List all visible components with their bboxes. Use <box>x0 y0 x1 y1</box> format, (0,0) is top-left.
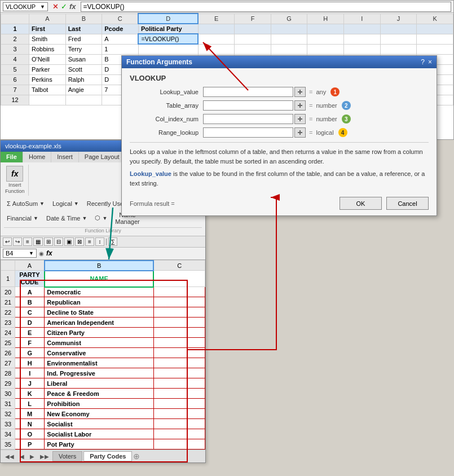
financial-button[interactable]: Financial▼ <box>4 214 41 223</box>
fx-icon[interactable]: fx <box>69 2 76 11</box>
arg-label-2: Table_array <box>130 102 203 109</box>
dialog-body: VLOOKUP Lookup_value = any 1 Table_array… <box>122 68 437 193</box>
dialog-description: Looks up a value in the leftmost column … <box>130 142 429 188</box>
arg-row-1: Lookup_value = any 1 <box>130 87 429 97</box>
sheet-tab-nav-right[interactable]: ▶▶ <box>38 452 51 461</box>
tab-insert[interactable]: Insert <box>51 152 79 162</box>
tab-page-layout[interactable]: Page Layout <box>79 152 126 162</box>
table-row: 35 P Pot Party <box>1 439 205 449</box>
arg-input-1[interactable] <box>203 87 293 97</box>
sheet-tab-party-codes[interactable]: Party Codes <box>83 451 132 461</box>
insert-function-group: fx InsertFunction <box>4 165 29 196</box>
svg-rect-5 <box>299 117 301 121</box>
arg-collapse-btn-4[interactable] <box>294 127 306 138</box>
tb-btn-9[interactable]: ∑ <box>108 237 117 246</box>
table-row: 32 M New Economy <box>1 409 205 419</box>
table-row: 26 G Conservative <box>1 348 205 358</box>
dialog-close-button[interactable]: × <box>428 58 432 66</box>
dialog-title-bar: Function Arguments ? × <box>122 56 437 68</box>
arg-row-4: Range_lookup = logical 4 <box>130 127 429 138</box>
tb-btn-5[interactable]: ▣ <box>64 237 74 246</box>
formula-bar: VLOOKUP ▼ ✕ ✓ fx <box>1 1 453 13</box>
tb-btn-8[interactable]: ↕ <box>95 237 104 246</box>
tb-btn-3[interactable]: ⊞ <box>44 237 53 246</box>
table-row: 33 N Socialist <box>1 419 205 429</box>
arg-collapse-btn-2[interactable] <box>294 100 306 111</box>
arg-value-4: logical <box>316 129 333 136</box>
svg-rect-7 <box>299 130 301 135</box>
lower-table-wrapper: A B C 1 PARTYCODE NAME 20 A Democratic <box>1 260 205 450</box>
lower-table: A B C 1 PARTYCODE NAME 20 A Democratic <box>1 260 205 450</box>
dialog-help-button[interactable]: ? <box>421 58 425 66</box>
arg-row-3: Col_index_num = number 3 <box>130 114 429 124</box>
table-row: 30 K Peace & Freedom <box>1 389 205 399</box>
autosum-button[interactable]: Σ AutoSum▼ <box>4 199 47 208</box>
name-box[interactable]: VLOOKUP ▼ <box>3 2 48 11</box>
redo-button[interactable]: ↪ <box>13 237 22 246</box>
add-sheet-icon: ⊕ <box>133 452 140 461</box>
arg-input-4[interactable] <box>203 127 293 138</box>
date-time-button[interactable]: Date & Time▼ <box>43 214 90 223</box>
toolbar-row: ↩ ↪ ≡ ▦ ⊞ ⊟ ▣ ⊠ ≡ ↕ | ∑ <box>1 236 205 248</box>
tb-btn-7[interactable]: ≡ <box>85 237 94 246</box>
lower-formula-bar: B4 ▼ ◉ fx <box>1 248 205 260</box>
table-row: 22 C Decline to State <box>1 307 205 318</box>
dialog-fn-name: VLOOKUP <box>130 74 429 82</box>
confirm-icon[interactable]: ✓ <box>61 2 67 11</box>
arg-label-1: Lookup_value <box>130 89 203 95</box>
table-row: 1 PARTYCODE NAME <box>1 271 205 287</box>
tb-btn-1[interactable]: ≡ <box>23 237 32 246</box>
table-row: 28 I Ind. Progressive <box>1 368 205 378</box>
insert-function-label: InsertFunction <box>5 182 25 195</box>
dialog-ok-button[interactable]: OK <box>340 197 382 210</box>
table-row: 20 A Democratic <box>1 287 205 297</box>
table-row: 23 D American Independent <box>1 318 205 328</box>
sigma-icon: Σ <box>7 200 11 207</box>
dialog-footer: Formula result = OK Cancel <box>122 193 437 215</box>
arg-badge-4: 4 <box>338 128 347 137</box>
sheet-tab-nav-prev[interactable]: ◀ <box>17 452 27 461</box>
arg-badge-2: 2 <box>342 101 351 110</box>
dialog-cancel-button[interactable]: Cancel <box>386 197 429 210</box>
tb-btn-2[interactable]: ▦ <box>33 237 43 246</box>
tab-home[interactable]: Home <box>23 152 51 162</box>
logical-button[interactable]: Logical▼ <box>50 199 82 208</box>
lower-fx-label: fx <box>46 249 52 257</box>
arg-collapse-btn-1[interactable] <box>294 87 306 97</box>
arg-badge-1: 1 <box>330 87 340 96</box>
tb-btn-4[interactable]: ⊟ <box>54 237 63 246</box>
table-row: 31 L Prohibition <box>1 399 205 409</box>
table-row: 1 First Last Pcode Political Party <box>1 24 453 34</box>
table-row: 34 O Socialist Labor <box>1 429 205 439</box>
undo-button[interactable]: ↩ <box>3 237 12 246</box>
table-row: 3 Robbins Terry 1 <box>1 44 453 54</box>
arg-collapse-btn-3[interactable] <box>294 114 306 124</box>
more-functions-button[interactable]: ⬡▼ <box>92 213 110 223</box>
arg-value-1: any <box>316 89 326 95</box>
dialog-title: Function Arguments <box>126 58 192 66</box>
cancel-icon[interactable]: ✕ <box>52 2 59 11</box>
svg-rect-3 <box>299 103 301 108</box>
arg-input-3[interactable] <box>203 114 293 124</box>
arg-row-2: Table_array = number 2 <box>130 100 429 111</box>
function-library-label: Function Library <box>4 227 202 233</box>
formula-input[interactable] <box>81 2 451 12</box>
arg-value-3: number <box>316 116 337 122</box>
tb-btn-6[interactable]: ⊠ <box>75 237 84 246</box>
formula-result: Formula result = <box>130 200 175 207</box>
table-row: 24 E Citizen Party <box>1 328 205 338</box>
sheet-tab-nav-left[interactable]: ◀◀ <box>3 452 16 461</box>
arg-input-2[interactable] <box>203 100 293 111</box>
table-row: 27 H Environmentalist <box>1 358 205 368</box>
arg-label-3: Col_index_num <box>130 116 203 122</box>
arg-value-2: number <box>316 102 337 109</box>
function-arguments-dialog: Function Arguments ? × VLOOKUP Lookup_va… <box>121 55 437 216</box>
fx-button[interactable]: fx <box>6 166 23 182</box>
arg-label-4: Range_lookup <box>130 129 203 136</box>
lower-name-box[interactable]: B4 ▼ <box>3 249 37 258</box>
svg-rect-1 <box>299 90 301 94</box>
sheet-tab-nav-next[interactable]: ▶ <box>28 452 37 461</box>
sheet-tab-voters[interactable]: Voters <box>52 451 82 461</box>
formula-icons: ✕ ✓ fx <box>50 2 78 11</box>
tab-file[interactable]: File <box>1 152 23 162</box>
